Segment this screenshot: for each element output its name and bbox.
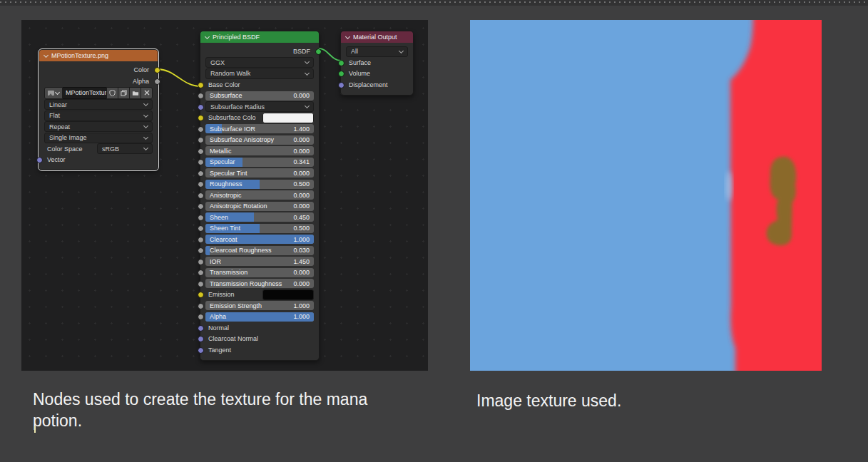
transmission-input-socket[interactable]	[198, 270, 204, 276]
roughness-input-socket[interactable]	[198, 181, 204, 188]
slider-value: 1.000	[293, 313, 314, 320]
row-anisotropic-rotation: Anisotropic Rotation0.000	[205, 202, 314, 211]
metallic-input-socket[interactable]	[198, 148, 204, 155]
slider-sheen-tint[interactable]: Sheen Tint0.500	[205, 224, 314, 233]
ior-input-socket[interactable]	[198, 259, 204, 265]
anisotropic-input-socket[interactable]	[198, 192, 204, 199]
dropdown-single-image[interactable]: Single Image	[44, 133, 153, 143]
shield-icon	[109, 90, 116, 96]
transmission-roughness-input-socket[interactable]	[198, 281, 204, 287]
slider-label: Emission Strength	[205, 302, 293, 309]
anisotropic-rotation-input-socket[interactable]	[198, 203, 204, 210]
slider-clearcoat-roughness[interactable]: Clearcoat Roughness0.030	[205, 246, 314, 255]
dropdown-repeat[interactable]: Repeat	[44, 121, 153, 132]
subsurface-colo-input-socket[interactable]	[198, 115, 204, 121]
emission-input-socket[interactable]	[198, 292, 204, 298]
color-swatch-subsurface-colo[interactable]	[262, 113, 314, 123]
slider-emission-strength[interactable]: Emission Strength1.000	[205, 301, 314, 310]
tangent-input-socket[interactable]	[198, 347, 204, 354]
subsurface-radius-input-socket[interactable]	[198, 104, 204, 111]
slider-specular[interactable]: Specular0.341	[205, 158, 314, 167]
dropdown-random-walk[interactable]: Random Walk	[205, 68, 314, 79]
material-output-node-header[interactable]: Material Output	[341, 31, 413, 43]
collapse-chevron-icon[interactable]	[205, 34, 210, 38]
folder-button[interactable]	[129, 87, 141, 99]
specular-input-socket[interactable]	[198, 159, 204, 165]
slider-metallic[interactable]: Metallic0.000	[205, 146, 314, 155]
clearcoat-roughness-input-socket[interactable]	[198, 247, 204, 254]
chevron-down-icon	[143, 123, 148, 128]
surface-input-socket[interactable]	[338, 60, 344, 66]
slider-roughness[interactable]: Roughness0.500	[205, 180, 314, 189]
bsdf-output-socket[interactable]	[315, 48, 322, 55]
slider-subsurface-ior[interactable]: Subsurface IOR1.400	[205, 124, 314, 133]
clearcoat-input-socket[interactable]	[198, 237, 204, 243]
row-linear: Linear	[44, 100, 153, 109]
specular-tint-input-socket[interactable]	[198, 170, 204, 177]
dropdown-subsurface-radius[interactable]: Subsurface Radius	[205, 101, 314, 112]
slider-transmission[interactable]: Transmission0.000	[205, 268, 314, 277]
image-texture-node-header[interactable]: MPotionTexture.png	[39, 50, 158, 61]
caption-image-texture[interactable]: Image texture used.	[476, 390, 776, 411]
image-icon	[48, 91, 54, 96]
row-subsurface-ior: Subsurface IOR1.400	[205, 124, 314, 133]
emission-strength-input-socket[interactable]	[198, 303, 204, 309]
row-tangent: Tangent	[205, 345, 314, 354]
slider-transmission-roughness[interactable]: Transmission Roughness0.000	[205, 279, 314, 288]
slider-ior[interactable]: IOR1.450	[205, 257, 314, 266]
slider-sheen[interactable]: Sheen0.450	[205, 212, 314, 222]
sheen-input-socket[interactable]	[198, 215, 204, 221]
displacement-input-socket[interactable]	[338, 82, 344, 88]
collapse-chevron-icon[interactable]	[44, 52, 48, 57]
caption-nodes[interactable]: Nodes used to create the texture for the…	[33, 389, 400, 431]
bsdf-to-surface-wire	[319, 48, 341, 61]
principled-bsdf-node-header[interactable]: Principled BSDF	[200, 31, 319, 43]
color-space-dropdown[interactable]: sRGB	[97, 143, 153, 154]
slider-label: Transmission	[205, 269, 293, 276]
color-swatch-emission[interactable]	[262, 289, 314, 300]
dropdown-linear[interactable]: Linear	[44, 99, 153, 110]
principled-bsdf-node[interactable]: Principled BSDF BSDFGGXRandom WalkBase C…	[200, 31, 320, 361]
slider-clearcoat[interactable]: Clearcoat1.000	[205, 235, 314, 244]
slider-alpha[interactable]: Alpha1.000	[205, 312, 314, 322]
dropdown-flat[interactable]: Flat	[44, 111, 153, 121]
alpha-input-socket[interactable]	[198, 314, 204, 320]
normal-input-socket[interactable]	[198, 325, 204, 332]
color-output-socket[interactable]	[154, 67, 160, 73]
vector-input-socket[interactable]	[36, 157, 43, 163]
copy-button[interactable]	[118, 87, 130, 99]
row-normal: Normal	[205, 323, 314, 332]
subsurface-input-socket[interactable]	[198, 93, 204, 99]
row-specular-tint: Specular Tint0.000	[205, 168, 314, 178]
row-transmission-roughness: Transmission Roughness0.000	[205, 279, 314, 288]
image-browse-button[interactable]	[44, 87, 63, 99]
row-ior: IOR1.450	[205, 257, 314, 266]
image-name-field[interactable]: MPotionTexture.p...	[63, 87, 107, 99]
dropdown-all[interactable]: All	[346, 46, 408, 57]
texture-image	[470, 20, 822, 371]
base-color-input-socket[interactable]	[198, 82, 204, 88]
volume-input-socket[interactable]	[338, 71, 344, 77]
slider-label: Anisotropic Rotation	[205, 202, 293, 210]
dropdown-label: Random Walk	[210, 70, 305, 77]
slider-anisotropic[interactable]: Anisotropic0.000	[205, 190, 314, 200]
alpha-output-socket[interactable]	[154, 78, 160, 85]
slider-subsurface-anisotropy[interactable]: Subsurface Anisotropy0.000	[205, 135, 314, 145]
slider-value: 0.000	[293, 280, 314, 287]
slider-subsurface[interactable]: Subsurface0.000	[205, 91, 314, 101]
row-metallic: Metallic0.000	[205, 146, 314, 155]
shield-button[interactable]	[106, 87, 118, 99]
dropdown-ggx[interactable]: GGX	[205, 57, 314, 68]
slider-specular-tint[interactable]: Specular Tint0.000	[205, 168, 314, 178]
slider-label: Anisotropic	[205, 192, 293, 199]
subsurface-ior-input-socket[interactable]	[198, 126, 204, 133]
collapse-chevron-icon[interactable]	[345, 34, 350, 38]
image-texture-node[interactable]: MPotionTexture.png ColorAlphaMPotionText…	[39, 49, 158, 170]
sheen-tint-input-socket[interactable]	[198, 225, 204, 232]
close-button[interactable]	[141, 87, 153, 99]
slider-anisotropic-rotation[interactable]: Anisotropic Rotation0.000	[205, 202, 314, 211]
subsurface-anisotropy-input-socket[interactable]	[198, 137, 204, 143]
clearcoat-normal-input-socket[interactable]	[198, 336, 204, 342]
slider-label: Clearcoat Roughness	[205, 247, 293, 254]
material-output-node[interactable]: Material Output AllSurfaceVolumeDisplace…	[340, 31, 414, 96]
